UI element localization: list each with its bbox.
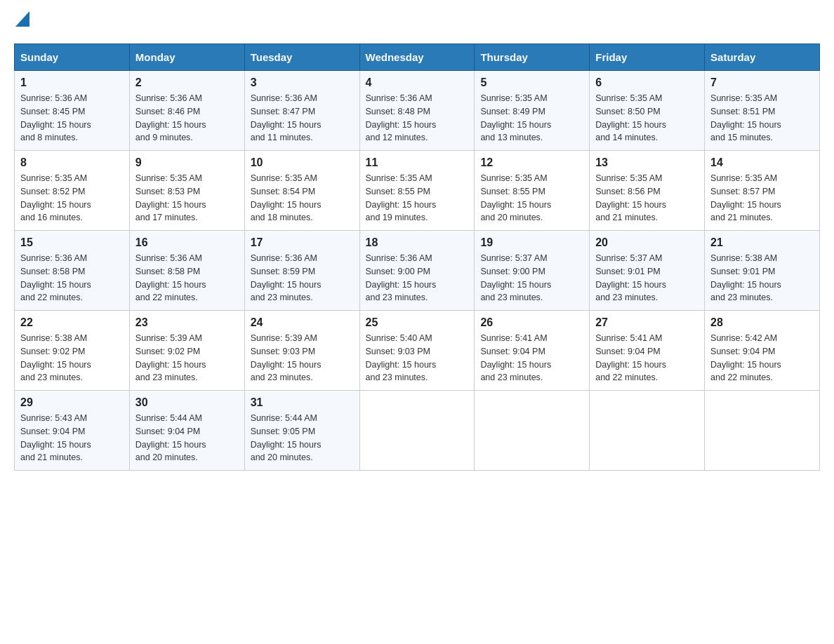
day-info: Sunrise: 5:36 AMSunset: 8:59 PMDaylight:…: [251, 252, 354, 304]
day-info-line: and 23 minutes.: [366, 291, 469, 304]
day-info: Sunrise: 5:35 AMSunset: 8:53 PMDaylight:…: [135, 172, 239, 224]
day-info-line: Sunrise: 5:35 AM: [710, 92, 814, 105]
calendar-cell: 27Sunrise: 5:41 AMSunset: 9:04 PMDayligh…: [590, 311, 705, 391]
day-info: Sunrise: 5:44 AMSunset: 9:05 PMDaylight:…: [251, 412, 354, 464]
day-info-line: Sunset: 8:58 PM: [135, 265, 239, 279]
day-info: Sunrise: 5:40 AMSunset: 9:03 PMDaylight:…: [366, 332, 469, 384]
calendar-cell: 26Sunrise: 5:41 AMSunset: 9:04 PMDayligh…: [475, 311, 590, 391]
day-info-line: Daylight: 15 hours: [135, 358, 239, 372]
day-info-line: Sunset: 8:53 PM: [135, 185, 239, 199]
day-info-line: and 22 minutes.: [20, 291, 124, 304]
day-number: 15: [20, 236, 124, 249]
day-info: Sunrise: 5:36 AMSunset: 9:00 PMDaylight:…: [366, 252, 469, 304]
day-info: Sunrise: 5:37 AMSunset: 9:00 PMDaylight:…: [480, 252, 583, 304]
day-info-line: Sunrise: 5:37 AM: [480, 252, 583, 265]
day-info-line: and 20 minutes.: [480, 211, 583, 224]
day-info-line: and 12 minutes.: [366, 131, 469, 145]
day-info-line: and 23 minutes.: [251, 291, 354, 304]
calendar-body: 1Sunrise: 5:36 AMSunset: 8:45 PMDaylight…: [15, 71, 820, 471]
calendar-cell: 17Sunrise: 5:36 AMSunset: 8:59 PMDayligh…: [244, 231, 359, 311]
day-info-line: Sunrise: 5:35 AM: [20, 172, 124, 185]
calendar-cell: 24Sunrise: 5:39 AMSunset: 9:03 PMDayligh…: [244, 311, 359, 391]
day-info-line: Sunrise: 5:36 AM: [366, 92, 469, 105]
day-number: 31: [251, 396, 354, 409]
day-info-line: and 23 minutes.: [135, 371, 239, 384]
day-info-line: Daylight: 15 hours: [480, 358, 583, 372]
calendar-cell: 19Sunrise: 5:37 AMSunset: 9:00 PMDayligh…: [475, 231, 590, 311]
day-info-line: Daylight: 15 hours: [366, 199, 469, 212]
calendar-cell: 25Sunrise: 5:40 AMSunset: 9:03 PMDayligh…: [359, 311, 475, 391]
logo: [14, 14, 29, 29]
day-info-line: Sunset: 8:49 PM: [480, 105, 583, 119]
day-info: Sunrise: 5:35 AMSunset: 8:49 PMDaylight:…: [480, 92, 583, 145]
day-info-line: Sunset: 9:04 PM: [135, 425, 239, 438]
day-info-line: and 23 minutes.: [366, 371, 469, 384]
calendar-cell: 15Sunrise: 5:36 AMSunset: 8:58 PMDayligh…: [15, 231, 130, 311]
day-info-line: Sunrise: 5:36 AM: [20, 92, 124, 105]
day-info-line: and 8 minutes.: [20, 131, 124, 145]
day-info-line: Daylight: 15 hours: [20, 438, 124, 452]
day-info-line: Daylight: 15 hours: [710, 119, 814, 132]
day-info-line: Sunrise: 5:37 AM: [595, 252, 699, 265]
day-info: Sunrise: 5:36 AMSunset: 8:47 PMDaylight:…: [251, 92, 354, 145]
day-info-line: Sunrise: 5:35 AM: [135, 172, 239, 185]
day-info-line: Daylight: 15 hours: [251, 358, 354, 372]
weekday-header-monday: Monday: [129, 44, 244, 71]
day-info-line: Sunrise: 5:44 AM: [135, 412, 239, 425]
day-number: 13: [595, 156, 699, 169]
day-info-line: and 21 minutes.: [710, 211, 814, 224]
day-info-line: Daylight: 15 hours: [595, 119, 699, 132]
calendar-cell: 9Sunrise: 5:35 AMSunset: 8:53 PMDaylight…: [129, 151, 244, 231]
day-info-line: and 23 minutes.: [251, 371, 354, 384]
day-info: Sunrise: 5:36 AMSunset: 8:58 PMDaylight:…: [20, 252, 124, 304]
calendar-table: SundayMondayTuesdayWednesdayThursdayFrid…: [14, 43, 820, 471]
calendar-week-4: 22Sunrise: 5:38 AMSunset: 9:02 PMDayligh…: [15, 311, 820, 391]
calendar-cell: [590, 391, 705, 471]
day-info-line: and 22 minutes.: [710, 371, 814, 384]
day-number: 30: [135, 396, 239, 409]
day-info-line: and 19 minutes.: [366, 211, 469, 224]
weekday-header-sunday: Sunday: [15, 44, 130, 71]
day-number: 24: [251, 316, 354, 329]
day-info-line: and 11 minutes.: [251, 131, 354, 145]
calendar-cell: 30Sunrise: 5:44 AMSunset: 9:04 PMDayligh…: [129, 391, 244, 471]
day-info-line: Sunset: 9:02 PM: [20, 345, 124, 358]
day-info-line: Sunrise: 5:36 AM: [251, 92, 354, 105]
day-info: Sunrise: 5:35 AMSunset: 8:54 PMDaylight:…: [251, 172, 354, 224]
day-number: 10: [251, 156, 354, 169]
day-info-line: Daylight: 15 hours: [251, 199, 354, 212]
day-number: 5: [480, 76, 583, 89]
weekday-header-tuesday: Tuesday: [244, 44, 359, 71]
day-info-line: Sunset: 9:04 PM: [20, 425, 124, 438]
day-number: 22: [20, 316, 124, 329]
day-info-line: Sunset: 8:48 PM: [366, 105, 469, 119]
day-info-line: Daylight: 15 hours: [480, 119, 583, 132]
day-info-line: Sunrise: 5:41 AM: [480, 332, 583, 345]
day-info-line: Sunrise: 5:44 AM: [251, 412, 354, 425]
day-info-line: Sunrise: 5:41 AM: [595, 332, 699, 345]
day-number: 27: [595, 316, 699, 329]
calendar-cell: 16Sunrise: 5:36 AMSunset: 8:58 PMDayligh…: [129, 231, 244, 311]
day-info: Sunrise: 5:35 AMSunset: 8:57 PMDaylight:…: [710, 172, 814, 224]
day-info: Sunrise: 5:41 AMSunset: 9:04 PMDaylight:…: [480, 332, 583, 384]
day-info: Sunrise: 5:36 AMSunset: 8:46 PMDaylight:…: [135, 92, 239, 145]
day-number: 14: [710, 156, 814, 169]
day-info-line: Sunset: 8:46 PM: [135, 105, 239, 119]
day-info-line: Daylight: 15 hours: [135, 279, 239, 292]
day-number: 29: [20, 396, 124, 409]
day-info-line: Sunset: 8:58 PM: [20, 265, 124, 279]
day-info-line: and 23 minutes.: [710, 291, 814, 304]
day-number: 18: [366, 236, 469, 249]
day-info-line: Sunrise: 5:35 AM: [480, 92, 583, 105]
calendar-week-5: 29Sunrise: 5:43 AMSunset: 9:04 PMDayligh…: [15, 391, 820, 471]
day-info-line: Sunset: 9:00 PM: [366, 265, 469, 279]
calendar-cell: 31Sunrise: 5:44 AMSunset: 9:05 PMDayligh…: [244, 391, 359, 471]
day-info-line: Sunrise: 5:38 AM: [710, 252, 814, 265]
calendar-cell: 10Sunrise: 5:35 AMSunset: 8:54 PMDayligh…: [244, 151, 359, 231]
calendar-week-2: 8Sunrise: 5:35 AMSunset: 8:52 PMDaylight…: [15, 151, 820, 231]
day-number: 9: [135, 156, 239, 169]
day-info-line: Daylight: 15 hours: [366, 358, 469, 372]
day-number: 25: [366, 316, 469, 329]
day-info-line: and 20 minutes.: [251, 451, 354, 464]
day-info-line: Daylight: 15 hours: [710, 279, 814, 292]
